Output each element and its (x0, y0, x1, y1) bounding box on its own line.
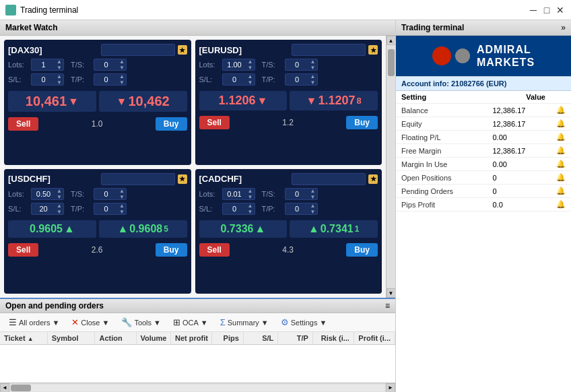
sl-spinbox[interactable]: ▲ ▼ (31, 203, 64, 215)
scroll-thumb[interactable] (388, 49, 395, 76)
tp-spinbox[interactable]: ▲ ▼ (285, 203, 318, 215)
bell-icon[interactable]: 🔔 (551, 117, 571, 131)
card-star-icon[interactable]: ★ (178, 45, 187, 55)
settings-button[interactable]: ⚙ Settings ▼ (276, 315, 332, 329)
ts-down-btn[interactable]: ▼ (118, 194, 126, 200)
sell-button[interactable]: Sell (199, 243, 230, 257)
ts-down-btn[interactable]: ▼ (309, 65, 317, 71)
scroll-left-button[interactable]: ◄ (0, 383, 9, 393)
tp-spinbox[interactable]: ▲ ▼ (94, 73, 127, 86)
card-input[interactable] (292, 173, 366, 185)
lots-input[interactable] (223, 190, 246, 198)
horizontal-scrollbar[interactable]: ◄ ► (0, 383, 395, 392)
ts-input[interactable] (286, 190, 309, 198)
tp-input[interactable] (94, 75, 118, 84)
oca-button[interactable]: ⊞ OCA ▼ (168, 315, 213, 329)
lots-input[interactable] (32, 61, 55, 69)
sell-button[interactable]: Sell (8, 117, 38, 131)
tp-input[interactable] (286, 75, 309, 84)
sl-spinbox[interactable]: ▲ ▼ (222, 73, 255, 86)
card-input[interactable] (101, 44, 175, 56)
ts-spinbox[interactable]: ▲ ▼ (285, 188, 318, 200)
sl-up-btn[interactable]: ▲ (55, 73, 63, 79)
card-input[interactable] (292, 44, 366, 56)
tp-input[interactable] (286, 205, 309, 213)
lots-up-btn[interactable]: ▲ (246, 59, 255, 65)
lots-down-btn[interactable]: ▼ (55, 194, 63, 200)
ts-input[interactable] (286, 61, 309, 69)
sl-spinbox[interactable]: ▲ ▼ (222, 203, 255, 215)
lots-spinbox[interactable]: ▲ ▼ (31, 59, 64, 71)
tp-input[interactable] (94, 205, 118, 213)
tp-up-btn[interactable]: ▲ (118, 203, 126, 209)
tp-down-btn[interactable]: ▼ (309, 79, 317, 86)
lots-input[interactable] (32, 190, 55, 198)
bell-icon[interactable]: 🔔 (551, 158, 571, 171)
lots-input[interactable] (223, 61, 246, 69)
lots-up-btn[interactable]: ▲ (55, 188, 63, 194)
sl-down-btn[interactable]: ▼ (246, 209, 255, 215)
sl-spinbox[interactable]: ▲ ▼ (31, 73, 64, 86)
ts-input[interactable] (94, 190, 118, 198)
ts-spinbox[interactable]: ▲ ▼ (94, 59, 127, 71)
ts-up-btn[interactable]: ▲ (118, 188, 126, 194)
lots-down-btn[interactable]: ▼ (55, 65, 63, 71)
tp-down-btn[interactable]: ▼ (118, 79, 126, 86)
ts-spinbox[interactable]: ▲ ▼ (94, 188, 127, 200)
scroll-right-button[interactable]: ► (386, 383, 395, 393)
card-star-icon[interactable]: ★ (368, 174, 378, 184)
lots-up-btn[interactable]: ▲ (246, 188, 255, 194)
scroll-up-button[interactable]: ▲ (387, 36, 396, 45)
buy-button[interactable]: Buy (346, 116, 378, 129)
ts-input[interactable] (94, 61, 118, 69)
sl-input[interactable] (223, 75, 246, 84)
sl-down-btn[interactable]: ▼ (55, 209, 63, 215)
lots-spinbox[interactable]: ▲ ▼ (222, 59, 255, 71)
tools-button[interactable]: 🔧 Tools ▼ (116, 315, 166, 329)
sl-input[interactable] (223, 205, 246, 213)
market-watch-scrollbar[interactable]: ▲ ▼ (386, 36, 395, 298)
buy-button[interactable]: Buy (156, 117, 187, 131)
sell-button[interactable]: Sell (8, 243, 38, 257)
lots-spinbox[interactable]: ▲ ▼ (31, 188, 64, 200)
right-expand-button[interactable]: » (561, 23, 566, 32)
lots-up-btn[interactable]: ▲ (55, 59, 63, 65)
minimize-button[interactable]: ─ (528, 5, 539, 15)
tp-up-btn[interactable]: ▲ (309, 73, 317, 79)
tp-down-btn[interactable]: ▼ (309, 209, 317, 215)
close-button[interactable]: ✕ (555, 5, 566, 15)
bell-icon[interactable]: 🔔 (551, 198, 571, 211)
maximize-button[interactable]: □ (541, 5, 552, 15)
sl-down-btn[interactable]: ▼ (246, 79, 255, 86)
bell-icon[interactable]: 🔔 (551, 144, 571, 158)
scroll-down-button[interactable]: ▼ (387, 288, 396, 298)
sell-button[interactable]: Sell (199, 116, 230, 129)
ts-down-btn[interactable]: ▼ (118, 65, 126, 71)
sl-up-btn[interactable]: ▲ (55, 203, 63, 209)
sl-input[interactable] (32, 75, 55, 84)
sl-up-btn[interactable]: ▲ (246, 73, 255, 79)
summary-button[interactable]: Σ Summary ▼ (215, 315, 273, 329)
ts-spinbox[interactable]: ▲ ▼ (285, 59, 318, 71)
ts-up-btn[interactable]: ▲ (309, 188, 317, 194)
lots-spinbox[interactable]: ▲ ▼ (222, 188, 255, 200)
tp-up-btn[interactable]: ▲ (118, 73, 126, 79)
bell-icon[interactable]: 🔔 (551, 171, 571, 185)
bell-icon[interactable]: 🔔 (551, 131, 571, 144)
card-star-icon[interactable]: ★ (368, 45, 378, 55)
sl-input[interactable] (32, 205, 55, 213)
lots-down-btn[interactable]: ▼ (246, 194, 255, 200)
lots-down-btn[interactable]: ▼ (246, 65, 255, 71)
tp-down-btn[interactable]: ▼ (118, 209, 126, 215)
ts-down-btn[interactable]: ▼ (309, 194, 317, 200)
buy-button[interactable]: Buy (156, 243, 187, 257)
bell-icon[interactable]: 🔔 (551, 185, 571, 198)
card-star-icon[interactable]: ★ (178, 174, 187, 184)
tp-spinbox[interactable]: ▲ ▼ (94, 203, 127, 215)
sl-down-btn[interactable]: ▼ (55, 79, 63, 86)
ts-up-btn[interactable]: ▲ (118, 59, 126, 65)
ts-up-btn[interactable]: ▲ (309, 59, 317, 65)
buy-button[interactable]: Buy (346, 243, 378, 257)
sl-up-btn[interactable]: ▲ (246, 203, 255, 209)
all-orders-button[interactable]: ☰ All orders ▼ (4, 315, 64, 329)
